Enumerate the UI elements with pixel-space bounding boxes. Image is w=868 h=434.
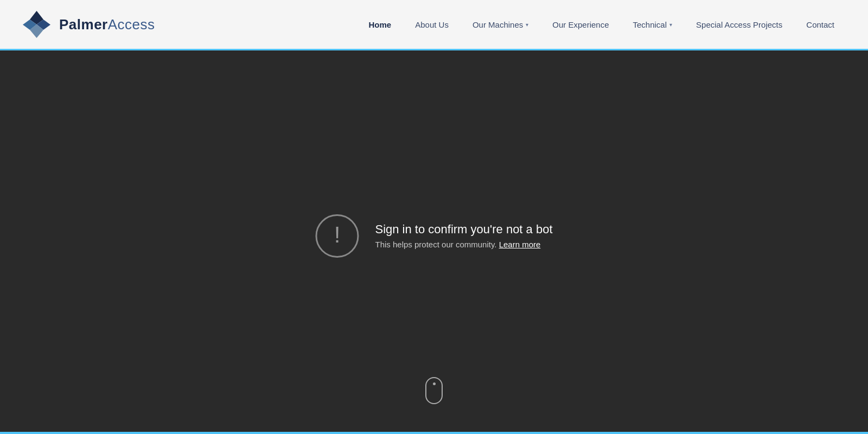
chevron-down-icon: ▾	[669, 22, 672, 28]
main-content: ! Sign in to confirm you're not a bot Th…	[0, 50, 868, 434]
nav-item-special-access-projects[interactable]: Special Access Projects	[684, 0, 794, 50]
main-nav: Home About Us Our Machines ▾ Our Experie…	[357, 0, 846, 50]
nav-item-contact[interactable]: Contact	[794, 0, 846, 50]
logo[interactable]: PalmerAccess	[22, 10, 155, 40]
nav-item-our-machines[interactable]: Our Machines ▾	[461, 0, 540, 50]
nav-item-home[interactable]: Home	[357, 0, 404, 50]
exclamation-circle-icon: !	[315, 214, 359, 258]
mouse-dot	[433, 382, 436, 385]
bottom-accent-bar	[0, 432, 868, 434]
mouse-icon	[425, 377, 443, 404]
learn-more-link[interactable]: Learn more	[499, 240, 541, 249]
nav-item-technical[interactable]: Technical ▾	[621, 0, 685, 50]
scroll-indicator	[425, 377, 443, 404]
verification-subtitle: This helps protect our community. Learn …	[375, 240, 552, 249]
chevron-down-icon: ▾	[526, 22, 528, 28]
exclamation-icon: !	[334, 224, 341, 246]
logo-text: PalmerAccess	[59, 16, 155, 33]
verification-text-block: Sign in to confirm you're not a bot This…	[375, 222, 552, 249]
site-header: PalmerAccess Home About Us Our Machines …	[0, 0, 868, 50]
nav-item-our-experience[interactable]: Our Experience	[540, 0, 621, 50]
nav-item-about-us[interactable]: About Us	[403, 0, 461, 50]
verification-title: Sign in to confirm you're not a bot	[375, 222, 552, 237]
verification-box: ! Sign in to confirm you're not a bot Th…	[315, 214, 552, 258]
logo-icon	[22, 10, 52, 40]
